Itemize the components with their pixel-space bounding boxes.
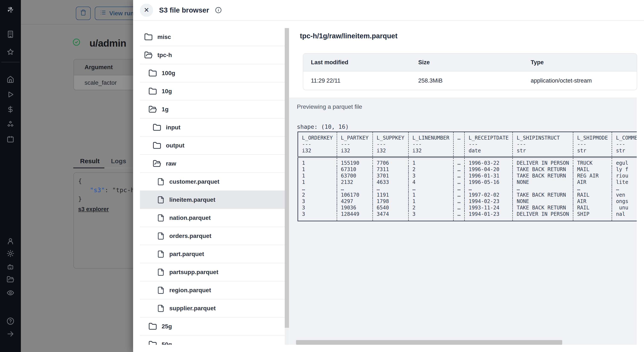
file-icon bbox=[157, 178, 164, 186]
modal-title: S3 file browser bbox=[159, 6, 209, 14]
cell-L_PARTKEY: … bbox=[337, 185, 373, 192]
tree-item-partsupp.parquet[interactable]: partsupp.parquet bbox=[140, 263, 285, 281]
cell-L_ORDERKEY: 1 bbox=[298, 179, 337, 185]
tree-item-25g[interactable]: 25g bbox=[140, 318, 285, 336]
col-header-L_ORDERKEY: L_ORDERKEY---i32 bbox=[298, 132, 337, 157]
home-icon[interactable] bbox=[6, 76, 14, 83]
windmill-logo-icon[interactable] bbox=[6, 6, 14, 14]
tree-item-misc[interactable]: misc bbox=[140, 28, 285, 46]
cell-L_RECEIPTDATE: 1994-02-23 bbox=[464, 198, 512, 205]
col-header-L_RECEIPTDATE: L_RECEIPTDATE---date bbox=[464, 132, 512, 157]
tree-item-input[interactable]: input bbox=[140, 118, 285, 137]
folder-open-icon bbox=[148, 105, 157, 114]
tab-result[interactable]: Result bbox=[80, 157, 100, 165]
cell-L_PARTKEY: 155190 bbox=[337, 157, 373, 166]
cell-…: … bbox=[454, 192, 464, 198]
cell-L_RECEIPTDATE: 1996-01-31 bbox=[464, 173, 512, 179]
tree-item-label: input bbox=[166, 124, 180, 131]
cell-L_LINENUMBER: … bbox=[408, 185, 454, 192]
file-meta-card: Last modified Size Type 11:29 22/11 258.… bbox=[303, 53, 637, 90]
horizontal-scrollbar-thumb[interactable] bbox=[296, 340, 562, 345]
workers-robot-icon[interactable] bbox=[6, 263, 14, 271]
cell-L_ORDERKEY: 3 bbox=[298, 211, 337, 221]
cell-L_SUPPKEY: 1191 bbox=[373, 192, 408, 198]
folder-icon bbox=[153, 123, 161, 132]
tree-item-10g[interactable]: 10g bbox=[140, 82, 285, 100]
shape-label: shape: (10, 16) bbox=[297, 123, 349, 130]
tree-scrollbar-thumb[interactable] bbox=[285, 28, 289, 328]
folder-open-icon bbox=[153, 159, 161, 168]
tree-item-part.parquet[interactable]: part.parquet bbox=[140, 245, 285, 263]
tree-item-output[interactable]: output bbox=[140, 137, 285, 155]
tree-item-region.parquet[interactable]: region.parquet bbox=[140, 281, 285, 300]
cell-L_SUPPKEY: 7311 bbox=[373, 166, 408, 173]
cell-L_PARTKEY: 63700 bbox=[337, 173, 373, 179]
view-runs-button[interactable]: View runs bbox=[95, 6, 133, 20]
cell-L_RECEIPTDATE: 1996-05-16 bbox=[464, 179, 512, 185]
tree-item-label: nation.parquet bbox=[169, 215, 210, 221]
cell-L_RECEIPTDATE: 1994-01-23 bbox=[464, 211, 512, 221]
tree-item-supplier.parquet[interactable]: supplier.parquet bbox=[140, 300, 285, 318]
help-icon[interactable] bbox=[6, 317, 14, 325]
s3-explorer-link[interactable]: s3 explorer bbox=[78, 205, 109, 214]
json-kv-line: "s3": "tpc-h/1 bbox=[78, 186, 133, 195]
schedules-calendar-icon[interactable] bbox=[6, 135, 14, 143]
file-icon bbox=[157, 268, 164, 276]
collapse-arrow-icon[interactable] bbox=[6, 330, 14, 338]
cell-L_COMMENT: nal bbox=[612, 211, 637, 221]
close-icon[interactable]: × bbox=[140, 3, 153, 17]
folder-icon bbox=[148, 69, 157, 77]
cell-L_RECEIPTDATE: 1997-02-02 bbox=[464, 192, 512, 198]
settings-gear-icon[interactable] bbox=[6, 250, 14, 257]
tree-scrollbar[interactable] bbox=[285, 28, 289, 345]
table-row: 16731073112…1996-04-20TAKE BACK RETURNMA… bbox=[298, 166, 637, 173]
tree-item-orders.parquet[interactable]: orders.parquet bbox=[140, 227, 285, 245]
view-runs-label: View runs bbox=[109, 10, 133, 17]
table-row: 3429717981…1994-02-23NONEAIRongs bbox=[298, 198, 637, 205]
tree-item-label: supplier.parquet bbox=[169, 305, 216, 312]
col-header-L_LINENUMBER: L_LINENUMBER---i32 bbox=[408, 132, 454, 157]
runs-play-icon[interactable] bbox=[6, 91, 14, 98]
tree-item-100g[interactable]: 100g bbox=[140, 64, 285, 82]
tab-logs[interactable]: Logs bbox=[111, 157, 126, 165]
meta-value-size: 258.3MiB bbox=[418, 77, 531, 84]
folder-icon bbox=[153, 141, 161, 150]
resources-boxes-icon[interactable] bbox=[6, 120, 14, 128]
users-icon[interactable] bbox=[6, 237, 14, 245]
audit-eye-icon[interactable] bbox=[6, 289, 14, 297]
meta-value-last-modified: 11:29 22/11 bbox=[303, 77, 418, 84]
json-close-brace: } bbox=[78, 195, 133, 203]
cell-L_LINENUMBER: 4 bbox=[408, 179, 454, 185]
tree-item-50g[interactable]: 50g bbox=[140, 336, 285, 345]
s3-file-browser-modal: × S3 file browser misctpc-h100g10g1ginpu… bbox=[133, 0, 644, 352]
cell-L_SHIPINSTRUCT: DELIVER IN PERSON bbox=[512, 211, 573, 221]
cell-L_SUPPKEY: 3701 bbox=[373, 173, 408, 179]
variables-dollar-icon[interactable] bbox=[6, 106, 14, 113]
tree-item-raw[interactable]: raw bbox=[140, 155, 285, 173]
arguments-header: Argument bbox=[74, 59, 133, 75]
tree-item-tpc-h[interactable]: tpc-h bbox=[140, 46, 285, 64]
cell-L_COMMENT: lite bbox=[612, 179, 637, 185]
folders-icon[interactable] bbox=[6, 276, 14, 283]
cell-L_SHIPMODE: SHIP bbox=[573, 211, 612, 221]
info-icon[interactable] bbox=[215, 7, 222, 13]
success-check-icon bbox=[72, 38, 80, 46]
cell-L_ORDERKEY: 1 bbox=[298, 166, 337, 173]
tree-item-lineitem.parquet[interactable]: lineitem.parquet bbox=[140, 191, 285, 209]
col-header-L_SUPPKEY: L_SUPPKEY---i32 bbox=[373, 132, 408, 157]
workspace-building-icon[interactable] bbox=[6, 30, 14, 38]
tree-item-1g[interactable]: 1g bbox=[140, 100, 285, 118]
file-tree: misctpc-h100g10g1ginputoutputrawcustomer… bbox=[140, 28, 285, 345]
favorites-star-icon[interactable] bbox=[6, 48, 14, 56]
cell-L_LINENUMBER: 1 bbox=[408, 157, 454, 166]
file-icon bbox=[157, 196, 164, 204]
cell-L_COMMENT: riou bbox=[612, 173, 637, 179]
delete-run-button[interactable] bbox=[76, 6, 91, 20]
cell-L_PARTKEY: 128449 bbox=[337, 211, 373, 221]
cell-L_LINENUMBER: 2 bbox=[408, 166, 454, 173]
dimmed-backdrop[interactable]: View runs u/admin Argument scale_factor … bbox=[0, 0, 133, 352]
file-meta-headers: Last modified Size Type bbox=[303, 54, 637, 71]
tree-item-customer.parquet[interactable]: customer.parquet bbox=[140, 173, 285, 191]
cell-L_SHIPMODE: … bbox=[573, 185, 612, 192]
tree-item-nation.parquet[interactable]: nation.parquet bbox=[140, 209, 285, 227]
